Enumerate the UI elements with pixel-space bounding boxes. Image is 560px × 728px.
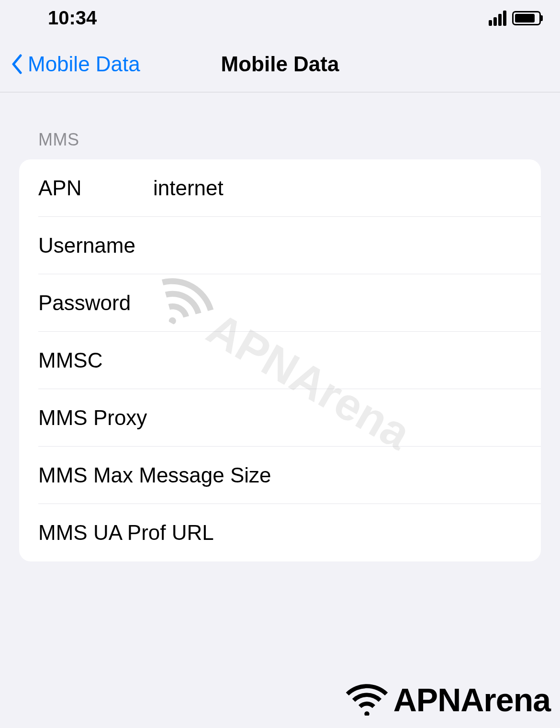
status-bar: 10:34 [0,0,560,36]
back-label: Mobile Data [28,52,140,76]
mms-max-size-input[interactable] [271,463,534,487]
page-title: Mobile Data [221,52,339,76]
mms-ua-prof-label: MMS UA Prof URL [38,521,214,545]
status-icons [489,11,541,26]
apn-input[interactable] [153,176,522,200]
status-time: 10:34 [48,7,97,29]
mms-max-size-label: MMS Max Message Size [38,463,271,487]
mms-max-size-row[interactable]: MMS Max Message Size [19,447,541,504]
settings-group: APN Username Password MMSC MMS Proxy MMS… [19,159,541,561]
section-header: MMS [19,130,541,159]
mms-proxy-row[interactable]: MMS Proxy [19,389,541,447]
mms-ua-prof-input[interactable] [214,521,522,545]
mms-proxy-input[interactable] [147,406,522,430]
apn-label: APN [38,176,153,200]
username-input[interactable] [153,234,522,258]
apn-row[interactable]: APN [19,159,541,217]
mmsc-row[interactable]: MMSC [19,332,541,389]
battery-icon [512,11,541,25]
password-label: Password [38,291,153,315]
mms-proxy-label: MMS Proxy [38,406,147,430]
mmsc-input[interactable] [153,348,522,372]
brand-text: APNArena [393,681,550,718]
chevron-left-icon [10,52,24,76]
nav-header: Mobile Data Mobile Data [0,36,560,92]
signal-icon [489,11,506,26]
back-button[interactable]: Mobile Data [10,52,140,76]
content: MMS APN Username Password MMSC MMS Proxy [0,92,560,561]
username-label: Username [38,234,153,258]
password-input[interactable] [153,291,522,315]
wifi-icon [344,682,390,717]
mms-ua-prof-row[interactable]: MMS UA Prof URL [19,504,541,561]
password-row[interactable]: Password [19,274,541,332]
brand-logo: APNArena [344,681,550,718]
username-row[interactable]: Username [19,217,541,274]
mmsc-label: MMSC [38,348,153,372]
